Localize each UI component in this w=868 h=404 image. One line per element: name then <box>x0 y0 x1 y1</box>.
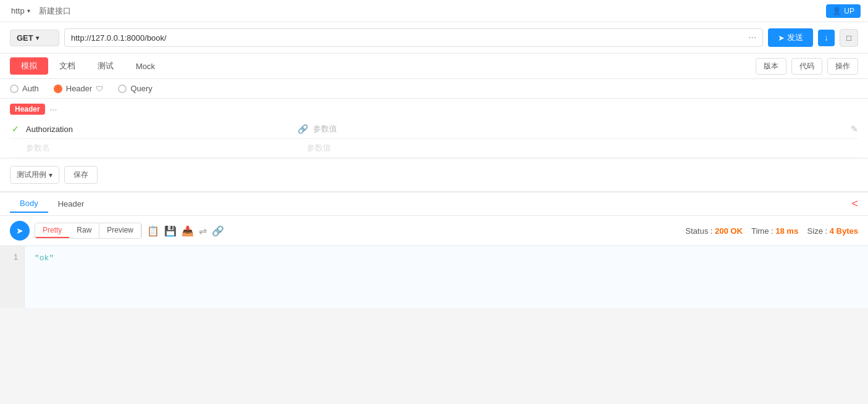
toolbar-icons: 📋 💾 📥 ⇌ 🔗 <box>147 225 224 237</box>
version-button[interactable]: 版本 <box>756 58 787 75</box>
method-label: GET <box>17 33 33 43</box>
wrap-icon[interactable]: ⇌ <box>199 225 207 237</box>
save-icon: □ <box>846 33 851 43</box>
auth-label: Auth <box>22 84 39 93</box>
user-icon: 👤 <box>832 7 841 15</box>
table-row-placeholder: ✓ 参数名 参数值 <box>10 139 858 158</box>
time-value: 18 ms <box>775 226 798 236</box>
response-section: Body Header < ➤ Pretty Raw Preview 📋 💾 📥 <box>0 192 868 308</box>
resp-tab-body[interactable]: Body <box>10 195 48 213</box>
code-label: 代码 <box>799 62 814 70</box>
format-tab-raw[interactable]: Raw <box>69 223 99 238</box>
status-value: 200 OK <box>715 226 743 236</box>
download-button[interactable]: ↓ <box>818 30 835 46</box>
protocol-select[interactable]: http ▾ <box>7 5 34 17</box>
query-radio <box>118 85 127 93</box>
status-label: Status : <box>685 226 712 236</box>
code-content: "ok" <box>25 246 868 308</box>
header-more-icon[interactable]: ··· <box>50 104 57 114</box>
line-number-1: 1 <box>14 253 18 262</box>
save-file-icon[interactable]: 💾 <box>164 225 177 237</box>
tab-mock2[interactable]: Mock <box>125 59 166 74</box>
tab-docs[interactable]: 文档 <box>48 57 86 75</box>
time-label: Time : <box>751 226 774 236</box>
format-tab-preview[interactable]: Preview <box>99 223 141 238</box>
query-label: Query <box>130 84 152 93</box>
size-value: 4 Bytes <box>830 226 858 236</box>
version-label: 版本 <box>764 62 778 70</box>
param-value-authorization[interactable]: 参数值 <box>313 123 846 134</box>
param-tab-auth[interactable]: Auth <box>10 84 39 93</box>
tab-docs-label: 文档 <box>59 61 75 70</box>
format-preview-label: Preview <box>107 226 133 234</box>
header-label-row: Header ··· <box>0 99 868 120</box>
tab-mock2-label: Mock <box>136 62 155 71</box>
url-more-icon[interactable]: ··· <box>748 32 756 43</box>
send-arrow-icon: ➤ <box>778 33 785 43</box>
method-select[interactable]: GET ▾ <box>10 30 59 46</box>
header-section: Header ··· ✓ Authorization 🔗 参数值 ✎ ✓ 参数名… <box>0 99 868 159</box>
page-title: 新建接口 <box>39 6 71 17</box>
resp-tab-header[interactable]: Header <box>48 196 94 212</box>
tab-test[interactable]: 测试 <box>86 57 125 75</box>
test-case-button[interactable]: 测试用例 ▾ <box>10 166 59 184</box>
param-name-placeholder[interactable]: 参数名 <box>26 142 302 154</box>
tab-right-actions: 版本 代码 操作 <box>756 58 858 75</box>
top-bar: http ▾ 新建接口 👤 UP <box>0 0 868 22</box>
edit-icon[interactable]: ✎ <box>851 124 858 134</box>
ops-button[interactable]: 操作 <box>827 58 858 75</box>
user-label: UP <box>844 7 854 15</box>
response-toolbar: ➤ Pretty Raw Preview 📋 💾 📥 ⇌ 🔗 Status : … <box>0 216 868 246</box>
tab-mock-label: 模拟 <box>21 61 37 70</box>
resp-tab-body-label: Body <box>20 199 38 208</box>
param-tab-query[interactable]: Query <box>118 84 152 93</box>
test-case-chevron: ▾ <box>49 171 52 179</box>
code-output: 1 "ok" <box>0 246 868 308</box>
size-label: Size : <box>807 226 828 236</box>
action-row: 测试用例 ▾ 保存 <box>0 159 868 192</box>
header-label: Header <box>66 84 93 93</box>
code-button[interactable]: 代码 <box>791 58 822 75</box>
link-icon[interactable]: 🔗 <box>298 124 308 134</box>
send-button[interactable]: ➤ 发送 <box>768 28 813 47</box>
download-file-icon[interactable]: 📥 <box>182 225 194 237</box>
request-bar: GET ▾ ··· ➤ 发送 ↓ □ <box>0 22 868 54</box>
param-tab-header[interactable]: Header 🛡 <box>54 84 104 93</box>
response-tabs: Body Header < <box>0 192 868 216</box>
header-badge: Header <box>10 104 45 115</box>
status-info: Status : 200 OK Time : 18 ms Size : 4 By… <box>685 226 858 236</box>
line-numbers: 1 <box>0 246 25 308</box>
header-radio <box>54 85 62 93</box>
url-input-wrap: ··· <box>64 28 763 47</box>
format-tabs: Pretty Raw Preview <box>35 223 142 239</box>
param-table: ✓ Authorization 🔗 参数值 ✎ ✓ 参数名 参数值 <box>0 120 868 158</box>
save-button[interactable]: 保存 <box>64 166 98 184</box>
send-label: 发送 <box>787 32 803 43</box>
param-value-placeholder[interactable]: 参数值 <box>307 142 858 154</box>
test-case-label: 测试用例 <box>17 170 46 180</box>
resp-tab-header-label: Header <box>58 199 85 208</box>
send-circle-icon: ➤ <box>10 221 30 241</box>
param-name-authorization[interactable]: Authorization <box>26 125 293 134</box>
auth-radio <box>10 85 19 93</box>
table-row: ✓ Authorization 🔗 参数值 ✎ <box>10 120 858 139</box>
user-button[interactable]: 👤 UP <box>826 4 861 18</box>
copy-icon[interactable]: 📋 <box>147 225 159 237</box>
tab-test-label: 测试 <box>98 61 114 70</box>
send-arrow: ➤ <box>16 226 23 236</box>
param-tabs: Auth Header 🛡 Query <box>0 79 868 99</box>
ops-label: 操作 <box>835 62 850 70</box>
protocol-label: http <box>11 6 25 15</box>
code-line-1: "ok" <box>35 254 54 263</box>
main-tabs-row: 模拟 文档 测试 Mock 版本 代码 操作 <box>0 54 868 79</box>
save-icon-button[interactable]: □ <box>840 29 858 47</box>
protocol-chevron: ▾ <box>27 7 30 14</box>
resp-collapse-icon[interactable]: < <box>851 197 858 210</box>
format-tab-pretty[interactable]: Pretty <box>35 223 69 238</box>
tab-mock[interactable]: 模拟 <box>10 57 48 75</box>
url-input[interactable] <box>71 33 748 43</box>
shield-icon: 🛡 <box>96 85 103 93</box>
top-bar-right: 👤 UP <box>826 4 861 18</box>
link2-icon[interactable]: 🔗 <box>212 225 224 237</box>
download-icon: ↓ <box>824 33 828 43</box>
